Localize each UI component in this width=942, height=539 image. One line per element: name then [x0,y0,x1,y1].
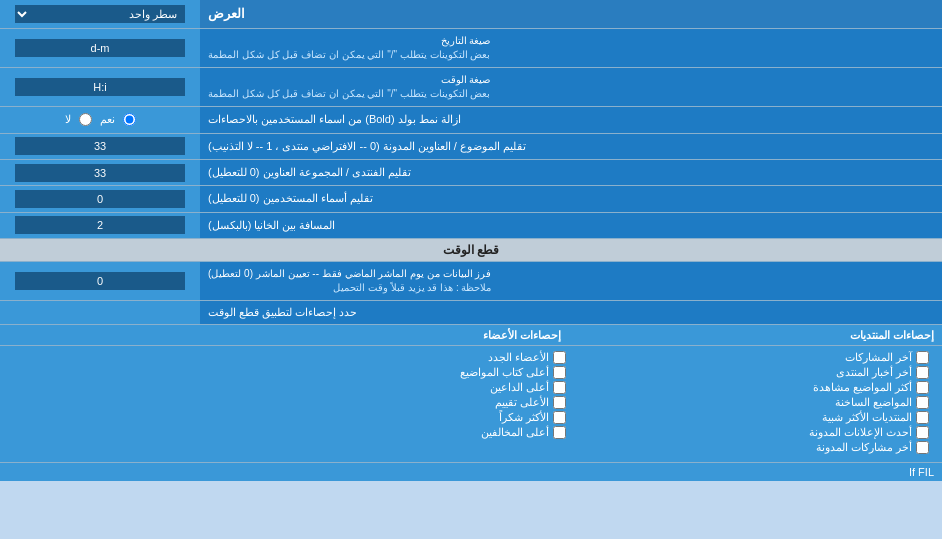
space-between-label: المسافة بين الخانيا (بالبكسل) [200,213,942,238]
topic-sort-input[interactable] [15,137,185,155]
checkbox-top-rated-label: الأعلى تقييم [495,396,549,409]
checkbox-blog-posts[interactable] [916,441,929,454]
stats-col2: الأعضاء الجدد أعلى كتاب المواضيع أعلى ال… [208,349,571,456]
checkbox-top-rated[interactable] [553,396,566,409]
time-format-input[interactable] [15,78,185,96]
space-between-input[interactable] [15,216,185,234]
checkbox-item: أعلى كتاب المواضيع [213,366,566,379]
date-format-row: صيغة التاريخ بعض التكوينات يتطلب "/" الت… [0,29,942,68]
checkbox-hot-topics-label: المواضيع الساخنة [835,396,912,409]
bold-no-label: لا [65,113,71,126]
checkbox-most-viewed-label: أكثر المواضيع مشاهدة [813,381,912,394]
checkbox-item: المواضيع الساخنة [576,396,929,409]
bold-remove-options: نعم لا [0,107,200,132]
checkbox-most-thanks-label: الأكثر شكراً [499,411,549,424]
usernames-trim-input[interactable] [15,190,185,208]
time-format-input-wrap [0,68,200,106]
checkbox-most-viewed[interactable] [916,381,929,394]
checkbox-top-authors[interactable] [553,366,566,379]
col2-header: إحصاءات الأعضاء [483,329,561,341]
topic-sort-label: تقليم الموضوع / العناوين المدونة (0 -- ا… [200,134,942,159]
checkbox-item: الأكثر شكراً [213,411,566,424]
checkbox-item: الأعلى تقييم [213,396,566,409]
page-title: العرض [200,0,942,28]
checkbox-most-similar[interactable] [916,411,929,424]
checkbox-item: أخر مشاركات المدونة [576,441,929,454]
checkbox-top-violations[interactable] [553,426,566,439]
stats-col1: آخر المشاركات أخر أخبار المنتدى أكثر الم… [571,349,934,456]
usernames-trim-label: تقليم أسماء المستخدمين (0 للتعطيل) [200,186,942,211]
checkbox-most-similar-label: المنتديات الأكثر شبية [822,411,912,424]
cutoff-row: فرز البيانات من يوم الماشر الماضي فقط --… [0,262,942,301]
checkbox-blog-posts-label: أخر مشاركات المدونة [816,441,912,454]
topic-sort-row: تقليم الموضوع / العناوين المدونة (0 -- ا… [0,134,942,160]
date-format-label: صيغة التاريخ بعض التكوينات يتطلب "/" الت… [200,29,942,67]
time-format-row: صيغة الوقت بعض التكوينات يتطلب "/" التي … [0,68,942,107]
space-between-row: المسافة بين الخانيا (بالبكسل) [0,213,942,239]
header-row: العرض سطر واحد متعدد الأسطر [0,0,942,29]
checkbox-forum-news-label: أخر أخبار المنتدى [836,366,912,379]
checkbox-item: أخر أخبار المنتدى [576,366,929,379]
bold-remove-label: ازالة نمط بولد (Bold) من اسماء المستخدمي… [200,107,942,132]
time-format-label: صيغة الوقت بعض التكوينات يتطلب "/" التي … [200,68,942,106]
bold-no-radio[interactable] [79,113,92,126]
checkbox-last-posts-label: آخر المشاركات [845,351,912,364]
bold-yes-label: نعم [100,113,115,126]
checkbox-item: الأعضاء الجدد [213,351,566,364]
checkbox-latest-announce-label: أحدث الإعلانات المدونة [809,426,912,439]
single-line-select[interactable]: سطر واحد متعدد الأسطر [15,5,185,23]
checkbox-top-callers[interactable] [553,381,566,394]
checkbox-item: آخر المشاركات [576,351,929,364]
forum-sort-label: تقليم الفنتدى / المجموعة العناوين (0 للت… [200,160,942,185]
checkbox-item: أعلى الداعين [213,381,566,394]
checkbox-top-authors-label: أعلى كتاب المواضيع [460,366,549,379]
col1-header: إحصاءات المنتديات [850,329,934,341]
cutoff-input[interactable] [15,272,185,290]
checkbox-top-callers-label: أعلى الداعين [490,381,549,394]
checkbox-hot-topics[interactable] [916,396,929,409]
if-fil-text: If FIL [0,463,942,481]
forum-sort-row: تقليم الفنتدى / المجموعة العناوين (0 للت… [0,160,942,186]
checkbox-item: أعلى المخالفين [213,426,566,439]
usernames-trim-row: تقليم أسماء المستخدمين (0 للتعطيل) [0,186,942,212]
checkbox-new-members[interactable] [553,351,566,364]
topic-sort-input-wrap [0,134,200,159]
checkbox-top-violations-label: أعلى المخالفين [481,426,549,439]
forum-sort-input-wrap [0,160,200,185]
checkbox-item: أحدث الإعلانات المدونة [576,426,929,439]
cutoff-section-header: قطع الوقت [0,239,942,262]
checkbox-item: المنتديات الأكثر شبية [576,411,929,424]
single-line-select-wrap: سطر واحد متعدد الأسطر [0,0,200,28]
checkbox-last-posts[interactable] [916,351,929,364]
forum-sort-input[interactable] [15,164,185,182]
date-format-input-wrap [0,29,200,67]
cutoff-input-wrap [0,262,200,300]
bold-yes-radio[interactable] [123,113,136,126]
bold-remove-row: ازالة نمط بولد (Bold) من اسماء المستخدمي… [0,107,942,133]
checkbox-new-members-label: الأعضاء الجدد [488,351,549,364]
usernames-trim-input-wrap [0,186,200,211]
date-format-input[interactable] [15,39,185,57]
cutoff-label: فرز البيانات من يوم الماشر الماضي فقط --… [200,262,942,300]
space-between-input-wrap [0,213,200,238]
checkbox-item: أكثر المواضيع مشاهدة [576,381,929,394]
stats-section-label: حدد إحصاءات لتطبيق قطع الوقت [200,301,942,324]
checkbox-latest-announce[interactable] [916,426,929,439]
checkbox-most-thanks[interactable] [553,411,566,424]
checkbox-forum-news[interactable] [916,366,929,379]
